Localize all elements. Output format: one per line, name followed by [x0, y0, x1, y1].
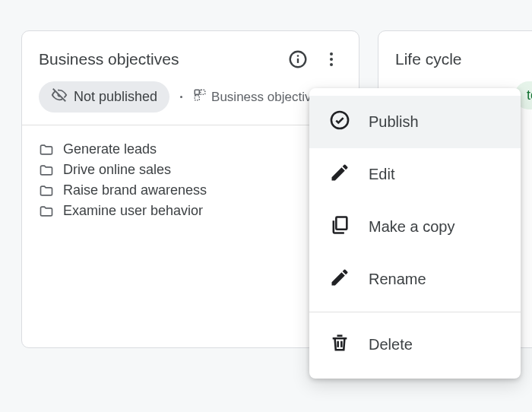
status-chip: Not published	[39, 81, 169, 113]
status-label: Not published	[74, 89, 157, 105]
card-title: Business objectives	[39, 50, 179, 68]
card-title-row: Business objectives	[39, 48, 342, 71]
menu-divider	[309, 312, 521, 312]
more-menu-icon[interactable]	[321, 49, 342, 70]
svg-rect-7	[201, 90, 205, 94]
chip-label: to	[527, 87, 532, 103]
breadcrumb-sub-label: Business objectives	[211, 90, 325, 105]
menu-item-edit[interactable]: Edit	[309, 148, 521, 201]
menu-label: Delete	[369, 336, 413, 353]
menu-label: Edit	[369, 166, 394, 183]
separator-dot	[180, 96, 182, 98]
item-label: Examine user behavior	[63, 203, 203, 219]
card-title-row: Life cycle	[395, 48, 532, 71]
svg-point-4	[330, 58, 333, 61]
folder-icon	[39, 142, 54, 157]
list-item: Drive online sales	[39, 160, 342, 180]
breadcrumb-sub: Business objectives	[193, 88, 325, 106]
svg-point-3	[330, 52, 333, 55]
item-label: Drive online sales	[63, 162, 171, 178]
list-item: Generate leads	[39, 139, 342, 160]
card-header: Business objectives	[22, 31, 359, 125]
context-menu: Publish Edit Make a copy Rename	[309, 88, 521, 379]
pencil-icon	[329, 267, 350, 292]
meta-row: Not published Business objectives	[39, 81, 342, 113]
info-icon[interactable]	[287, 49, 309, 70]
menu-label: Make a copy	[369, 218, 454, 236]
menu-item-publish[interactable]: Publish	[309, 96, 521, 148]
svg-point-2	[297, 55, 299, 57]
copy-icon	[329, 214, 350, 239]
menu-item-delete[interactable]: Delete	[309, 319, 521, 371]
folder-icon	[39, 163, 54, 178]
menu-item-make-copy[interactable]: Make a copy	[309, 201, 521, 253]
list-item: Examine user behavior	[39, 201, 342, 221]
card-body: Generate leads Drive online sales Raise …	[22, 125, 359, 235]
menu-item-rename[interactable]: Rename	[309, 253, 521, 306]
pencil-icon	[329, 162, 350, 187]
eye-off-icon	[51, 87, 68, 107]
check-circle-icon	[329, 109, 350, 135]
header-actions	[287, 49, 342, 70]
svg-rect-10	[336, 217, 347, 230]
svg-point-5	[330, 63, 333, 66]
trash-icon	[329, 332, 350, 357]
card-title: Life cycle	[395, 50, 462, 68]
item-label: Generate leads	[63, 141, 157, 157]
svg-rect-6	[195, 90, 199, 94]
list-item: Raise brand awareness	[39, 180, 342, 201]
item-label: Raise brand awareness	[63, 182, 207, 198]
folder-icon	[39, 183, 54, 198]
menu-label: Rename	[369, 271, 426, 288]
menu-label: Publish	[369, 113, 419, 131]
folder-icon	[39, 204, 54, 219]
svg-rect-8	[195, 96, 199, 100]
template-icon	[193, 88, 207, 106]
